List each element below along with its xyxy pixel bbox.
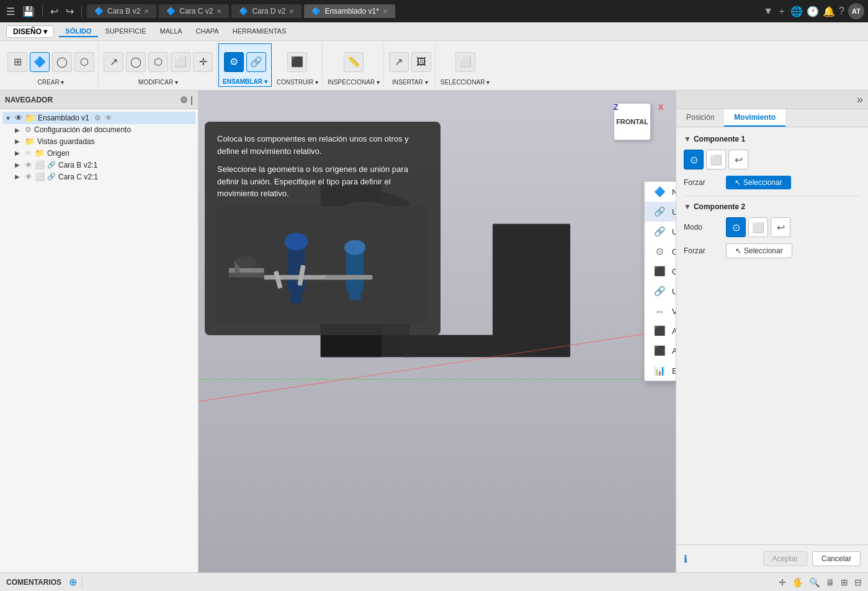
seleccionar-label[interactable]: SELECCIONAR ▾ [441, 79, 490, 86]
bb-display-icon[interactable]: 🖥 [826, 577, 834, 587]
rp-comp2-mode-btn-3[interactable]: ↩ [771, 217, 790, 237]
rp-comp2-mode-btn-1[interactable]: ⊙ [726, 217, 746, 237]
new-tab-btn[interactable]: ＋ [777, 5, 787, 18]
construir-icon-1[interactable]: ⬛ [287, 52, 307, 72]
design-btn[interactable]: DISEÑO ▾ [6, 25, 54, 38]
nav-item-cara-b[interactable]: ▶ 👁 ⬜ 🔗 Cara B v2:1 [12, 159, 195, 171]
create-icon-2[interactable]: 🔷 [30, 52, 50, 72]
insertar-icon-2[interactable]: 🖼 [411, 52, 431, 72]
design-label: DISEÑO ▾ [13, 27, 47, 36]
tab-chapa[interactable]: CHAPA [190, 26, 225, 37]
separator [42, 5, 43, 17]
toolbar-row1: DISEÑO ▾ SÓLIDO SUPERFICIE MALLA CHAPA H… [0, 22, 868, 41]
bb-zoom-icon[interactable]: 🔍 [809, 577, 820, 587]
nav-pin-icon[interactable]: | [190, 95, 193, 105]
tab-cara-b[interactable]: 🔷 Cara B v2 ✕ [87, 4, 156, 18]
nav-eye2-ensamblado[interactable]: 👁 [105, 114, 112, 122]
nav-settings-ensamblado[interactable]: ⚙ [94, 114, 101, 122]
inspeccionar-label[interactable]: INSPECCIONAR ▾ [328, 79, 380, 86]
rp-comp2-mode-btn-2[interactable]: ⬜ [748, 217, 768, 237]
crear-label[interactable]: CREAR ▾ [38, 79, 65, 86]
tab-solido[interactable]: SÓLIDO [59, 26, 97, 37]
bb-grid2-icon[interactable]: ⊟ [854, 577, 862, 587]
dd-item-origen[interactable]: ⊙ Origen de la unión [645, 241, 676, 261]
notification-icon[interactable]: 🔔 [823, 6, 835, 17]
tab-malla[interactable]: MALLA [154, 26, 189, 37]
nav-item-ensamblado[interactable]: ▼ 👁 📁 Ensamblado v1 ⚙ 👁 [2, 112, 195, 124]
history-icon[interactable]: 🕐 [807, 6, 819, 17]
tab-close-ensamblado[interactable]: ✕ [383, 8, 388, 15]
rp-accept-btn[interactable]: Aceptar [763, 551, 807, 566]
ensamblar-label[interactable]: ENSAMBLAR ▾ [223, 78, 267, 85]
bb-grid-icon[interactable]: ⊞ [841, 577, 848, 587]
undo-arrow-icon[interactable]: ↪ [63, 6, 76, 17]
modify-icon-1[interactable]: ↗ [104, 52, 123, 72]
ensamblar-icon-1[interactable]: ⚙ [224, 52, 244, 72]
modify-icon-2[interactable]: ◯ [126, 52, 146, 72]
tab-cara-c[interactable]: 🔷 Cara C v2 ✕ [159, 4, 229, 18]
nav-eye-cara-c[interactable]: 👁 [25, 173, 32, 181]
online-icon[interactable]: 🌐 [790, 6, 803, 17]
nav-item-origen[interactable]: ▶ 👁 📁 Origen [12, 147, 195, 159]
rp-tab-movimiento[interactable]: Movimiento [724, 109, 785, 127]
dd-item-activar-todos[interactable]: ⬛ Activar todos los contactos [645, 341, 676, 361]
compass-cube[interactable]: FRONTAL [614, 103, 651, 140]
tab-close-cara-c[interactable]: ✕ [217, 8, 221, 15]
modify-icon-4[interactable]: ⬜ [171, 52, 190, 72]
modify-icon-3[interactable]: ⬡ [148, 52, 168, 72]
app-menu-icon[interactable]: ☰ [4, 6, 17, 17]
rp-comp1-mode-btn-3[interactable]: ↩ [728, 150, 748, 169]
dd-item-union[interactable]: 🔗 Unión J ⋯ [645, 202, 676, 222]
save-icon[interactable]: 💾 [20, 6, 37, 17]
dd-item-nuevo-componente[interactable]: 🔷 Nuevo componente [645, 182, 676, 202]
add-comment-btn[interactable]: ⊕ [69, 576, 77, 588]
dd-item-estudio[interactable]: 📊 Estudio de movimiento [645, 361, 676, 381]
nav-label-cara-b: Cara B v2:1 [58, 161, 97, 169]
rp-comp2-select-btn[interactable]: ↖ Seleccionar [726, 243, 792, 258]
nav-eye-cara-b[interactable]: 👁 [25, 161, 32, 169]
bb-pan-icon[interactable]: 🖐 [792, 577, 803, 587]
rp-content: ▼ Componente 1 ⊙ ⬜ ↩ Forzar ↖ Selecciona… [676, 127, 868, 544]
rp-comp1-mode-btn-1[interactable]: ⊙ [684, 150, 704, 169]
tab-superficie[interactable]: SUPERFICIE [99, 26, 153, 37]
tab-cara-d[interactable]: 🔷 Cara D v2 ✕ [231, 4, 302, 18]
inspeccionar-icon-1[interactable]: 📏 [344, 52, 364, 72]
rp-comp1-select-btn[interactable]: ↖ Seleccionar [726, 176, 791, 189]
overflow-tabs-btn[interactable]: ▼ [763, 6, 773, 17]
tab-close-cara-b[interactable]: ✕ [144, 8, 149, 15]
tab-close-cara-d[interactable]: ✕ [289, 8, 294, 15]
rp-comp1-mode-btn-2[interactable]: ⬜ [706, 150, 726, 169]
create-icon-3[interactable]: ◯ [52, 52, 72, 72]
dd-item-vinculo[interactable]: ↔ Vínculo de movimiento [645, 301, 676, 321]
insertar-label[interactable]: INSERTAR ▾ [392, 79, 427, 86]
nav-eye-origen[interactable]: 👁 [25, 149, 32, 158]
dd-item-uniones-anim[interactable]: 🔗 Uniones de animación [645, 281, 676, 301]
undo-icon[interactable]: ↩ [48, 6, 61, 17]
create-icon-4[interactable]: ⬡ [74, 52, 94, 72]
nav-settings-icon[interactable]: ⚙ [180, 95, 188, 105]
create-icon-1[interactable]: ⊞ [7, 52, 27, 72]
dd-item-activar-conjuntos[interactable]: ⬛ Activar conjuntos de contactos [645, 321, 676, 341]
nav-eye-config[interactable]: ⚙ [25, 125, 32, 134]
dd-item-union-tal[interactable]: 🔗 Unión tal cual Mayúsculas+J [645, 222, 676, 241]
nav-item-vistas[interactable]: ▶ 📁 Vistas guardadas [12, 135, 195, 147]
modificar-label[interactable]: MODIFICAR ▾ [138, 79, 178, 86]
nav-item-config[interactable]: ▶ ⚙ Configuración del documento [12, 124, 195, 135]
ensamblar-icon-2[interactable]: 🔗 [246, 52, 266, 72]
tab-herramientas[interactable]: HERRAMIENTAS [226, 26, 293, 37]
rp-expand-icon[interactable]: » [857, 93, 863, 106]
avatar[interactable]: AT [848, 3, 864, 19]
viewport[interactable]: Z X FRONTAL Coloca los componentes en re… [199, 91, 676, 572]
insertar-icon-1[interactable]: ↗ [389, 52, 409, 72]
seleccionar-icon-1[interactable]: ⬜ [455, 52, 475, 72]
help-icon[interactable]: ? [839, 6, 844, 17]
modify-icon-5[interactable]: ✛ [193, 52, 213, 72]
bb-move-icon[interactable]: ✛ [779, 577, 786, 587]
tab-ensamblado[interactable]: 🔷 Ensamblado v1* ✕ [304, 4, 395, 18]
construir-label[interactable]: CONSTRUIR ▾ [277, 79, 318, 86]
rp-tab-posicion[interactable]: Posición [676, 109, 724, 127]
nav-eye-ensamblado[interactable]: 👁 [15, 114, 22, 122]
dd-item-grupo[interactable]: ⬛ Grupo rígido [645, 261, 676, 281]
rp-cancel-btn[interactable]: Cancelar [812, 551, 861, 566]
nav-item-cara-c[interactable]: ▶ 👁 ⬜ 🔗 Cara C v2:1 [12, 171, 195, 183]
